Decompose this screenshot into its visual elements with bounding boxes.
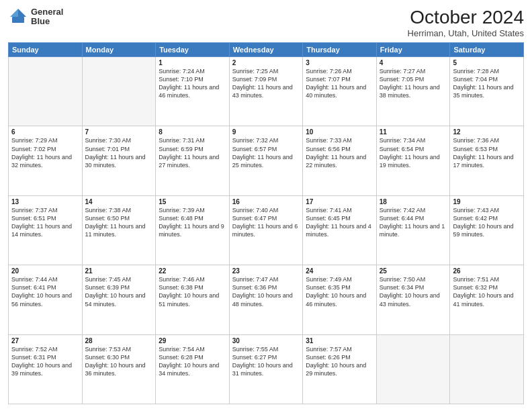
- day-info: Sunrise: 7:33 AM Sunset: 6:56 PM Dayligh…: [306, 136, 373, 169]
- day-number: 22: [159, 267, 226, 275]
- day-number: 11: [380, 128, 447, 136]
- day-number: 6: [11, 128, 79, 136]
- table-row: 22Sunrise: 7:46 AM Sunset: 6:38 PM Dayli…: [156, 265, 230, 334]
- day-info: Sunrise: 7:41 AM Sunset: 6:45 PM Dayligh…: [306, 206, 373, 239]
- day-info: Sunrise: 7:47 AM Sunset: 6:36 PM Dayligh…: [232, 275, 300, 308]
- day-info: Sunrise: 7:53 AM Sunset: 6:30 PM Dayligh…: [85, 345, 153, 378]
- table-row: 26Sunrise: 7:51 AM Sunset: 6:32 PM Dayli…: [450, 265, 524, 334]
- day-number: 31: [306, 337, 373, 345]
- day-info: Sunrise: 7:52 AM Sunset: 6:31 PM Dayligh…: [11, 345, 79, 378]
- table-row: 16Sunrise: 7:40 AM Sunset: 6:47 PM Dayli…: [229, 195, 303, 265]
- table-row: 5Sunrise: 7:28 AM Sunset: 7:04 PM Daylig…: [450, 57, 524, 126]
- day-info: Sunrise: 7:50 AM Sunset: 6:34 PM Dayligh…: [380, 275, 447, 308]
- day-number: 25: [380, 267, 447, 275]
- table-row: 11Sunrise: 7:34 AM Sunset: 6:54 PM Dayli…: [376, 126, 450, 195]
- table-row: 30Sunrise: 7:55 AM Sunset: 6:27 PM Dayli…: [229, 334, 303, 404]
- table-row: 3Sunrise: 7:26 AM Sunset: 7:07 PM Daylig…: [303, 57, 377, 126]
- table-row: 23Sunrise: 7:47 AM Sunset: 6:36 PM Dayli…: [229, 265, 303, 334]
- day-number: 28: [85, 337, 153, 345]
- day-info: Sunrise: 7:54 AM Sunset: 6:28 PM Dayligh…: [159, 345, 226, 378]
- day-info: Sunrise: 7:55 AM Sunset: 6:27 PM Dayligh…: [232, 345, 300, 378]
- table-row: 29Sunrise: 7:54 AM Sunset: 6:28 PM Dayli…: [156, 334, 230, 404]
- page: General Blue October 2024 Herriman, Utah…: [0, 0, 532, 411]
- logo-line2: Blue: [31, 17, 63, 26]
- day-info: Sunrise: 7:37 AM Sunset: 6:51 PM Dayligh…: [11, 206, 79, 239]
- day-number: 29: [159, 337, 226, 345]
- day-info: Sunrise: 7:25 AM Sunset: 7:09 PM Dayligh…: [232, 67, 300, 100]
- day-info: Sunrise: 7:27 AM Sunset: 7:05 PM Dayligh…: [380, 67, 447, 100]
- svg-marker-0: [18, 9, 26, 17]
- svg-rect-2: [12, 17, 24, 23]
- day-info: Sunrise: 7:29 AM Sunset: 7:02 PM Dayligh…: [11, 136, 79, 169]
- table-row: 1Sunrise: 7:24 AM Sunset: 7:10 PM Daylig…: [156, 57, 230, 126]
- day-info: Sunrise: 7:32 AM Sunset: 6:57 PM Dayligh…: [232, 136, 300, 169]
- table-row: 28Sunrise: 7:53 AM Sunset: 6:30 PM Dayli…: [82, 334, 156, 404]
- calendar-week-row: 20Sunrise: 7:44 AM Sunset: 6:41 PM Dayli…: [9, 265, 524, 334]
- table-row: 31Sunrise: 7:57 AM Sunset: 6:26 PM Dayli…: [303, 334, 377, 404]
- calendar-header-row: Sunday Monday Tuesday Wednesday Thursday…: [9, 43, 524, 57]
- calendar-table: Sunday Monday Tuesday Wednesday Thursday…: [8, 42, 524, 404]
- table-row: 20Sunrise: 7:44 AM Sunset: 6:41 PM Dayli…: [9, 265, 83, 334]
- day-number: 10: [306, 128, 373, 136]
- logo-text: General Blue: [31, 7, 63, 27]
- day-number: 5: [453, 59, 521, 66]
- day-info: Sunrise: 7:24 AM Sunset: 7:10 PM Dayligh…: [159, 67, 226, 100]
- day-info: Sunrise: 7:38 AM Sunset: 6:50 PM Dayligh…: [85, 206, 153, 239]
- day-number: 27: [11, 337, 79, 345]
- day-number: 13: [11, 198, 79, 205]
- day-number: 20: [11, 267, 79, 275]
- day-number: 3: [306, 59, 373, 66]
- col-tuesday: Tuesday: [156, 43, 230, 57]
- day-number: 21: [85, 267, 153, 275]
- day-number: 14: [85, 198, 153, 205]
- day-number: 18: [380, 198, 447, 205]
- day-number: 24: [306, 267, 373, 275]
- table-row: [450, 334, 524, 404]
- day-info: Sunrise: 7:36 AM Sunset: 6:53 PM Dayligh…: [453, 136, 521, 169]
- day-info: Sunrise: 7:39 AM Sunset: 6:48 PM Dayligh…: [159, 206, 226, 239]
- table-row: 18Sunrise: 7:42 AM Sunset: 6:44 PM Dayli…: [376, 195, 450, 265]
- day-info: Sunrise: 7:46 AM Sunset: 6:38 PM Dayligh…: [159, 275, 226, 308]
- col-monday: Monday: [82, 43, 156, 57]
- logo: General Blue: [8, 7, 63, 27]
- col-wednesday: Wednesday: [229, 43, 303, 57]
- table-row: 15Sunrise: 7:39 AM Sunset: 6:48 PM Dayli…: [156, 195, 230, 265]
- day-info: Sunrise: 7:45 AM Sunset: 6:39 PM Dayligh…: [85, 275, 153, 308]
- day-number: 17: [306, 198, 373, 205]
- col-sunday: Sunday: [9, 43, 83, 57]
- day-info: Sunrise: 7:51 AM Sunset: 6:32 PM Dayligh…: [453, 275, 521, 308]
- logo-line1: General: [31, 7, 63, 17]
- day-info: Sunrise: 7:34 AM Sunset: 6:54 PM Dayligh…: [380, 136, 447, 169]
- day-info: Sunrise: 7:44 AM Sunset: 6:41 PM Dayligh…: [11, 275, 79, 308]
- table-row: 19Sunrise: 7:43 AM Sunset: 6:42 PM Dayli…: [450, 195, 524, 265]
- day-number: 7: [85, 128, 153, 136]
- day-number: 16: [232, 198, 300, 205]
- day-number: 2: [232, 59, 300, 66]
- col-friday: Friday: [376, 43, 450, 57]
- table-row: 2Sunrise: 7:25 AM Sunset: 7:09 PM Daylig…: [229, 57, 303, 126]
- day-info: Sunrise: 7:28 AM Sunset: 7:04 PM Dayligh…: [453, 67, 521, 100]
- day-number: 12: [453, 128, 521, 136]
- day-number: 1: [159, 59, 226, 66]
- day-info: Sunrise: 7:30 AM Sunset: 7:01 PM Dayligh…: [85, 136, 153, 169]
- day-info: Sunrise: 7:40 AM Sunset: 6:47 PM Dayligh…: [232, 206, 300, 239]
- day-number: 19: [453, 198, 521, 205]
- table-row: 24Sunrise: 7:49 AM Sunset: 6:35 PM Dayli…: [303, 265, 377, 334]
- day-number: 4: [380, 59, 447, 66]
- page-title: October 2024: [408, 7, 524, 28]
- calendar-week-row: 6Sunrise: 7:29 AM Sunset: 7:02 PM Daylig…: [9, 126, 524, 195]
- day-info: Sunrise: 7:26 AM Sunset: 7:07 PM Dayligh…: [306, 67, 373, 100]
- table-row: 6Sunrise: 7:29 AM Sunset: 7:02 PM Daylig…: [9, 126, 83, 195]
- page-subtitle: Herriman, Utah, United States: [408, 28, 524, 38]
- table-row: 7Sunrise: 7:30 AM Sunset: 7:01 PM Daylig…: [82, 126, 156, 195]
- title-block: October 2024 Herriman, Utah, United Stat…: [408, 7, 524, 38]
- table-row: 9Sunrise: 7:32 AM Sunset: 6:57 PM Daylig…: [229, 126, 303, 195]
- table-row: 14Sunrise: 7:38 AM Sunset: 6:50 PM Dayli…: [82, 195, 156, 265]
- table-row: 4Sunrise: 7:27 AM Sunset: 7:05 PM Daylig…: [376, 57, 450, 126]
- day-number: 8: [159, 128, 226, 136]
- col-saturday: Saturday: [450, 43, 524, 57]
- header: General Blue October 2024 Herriman, Utah…: [8, 7, 524, 38]
- day-info: Sunrise: 7:57 AM Sunset: 6:26 PM Dayligh…: [306, 345, 373, 378]
- day-number: 30: [232, 337, 300, 345]
- svg-marker-1: [10, 9, 18, 17]
